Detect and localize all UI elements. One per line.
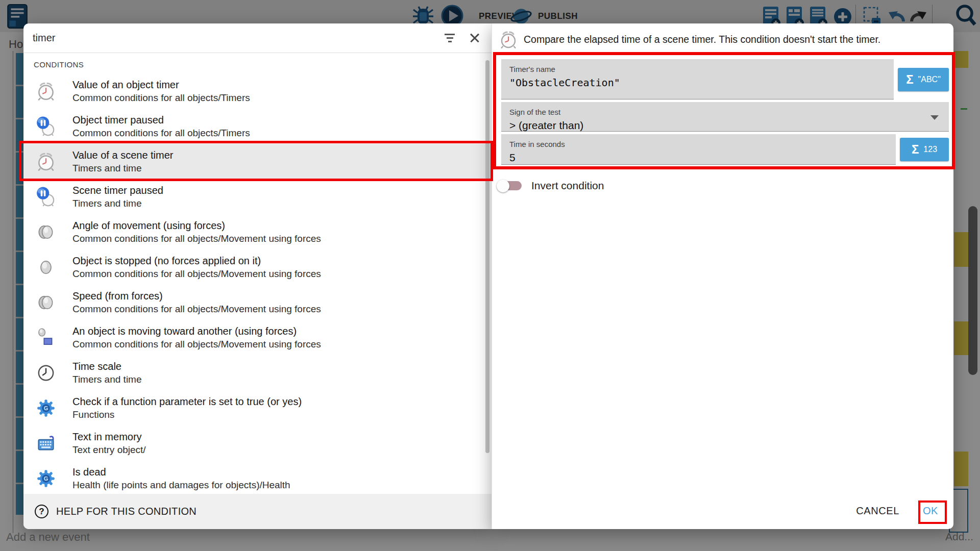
clock-icon xyxy=(35,362,57,384)
alarm-clock-icon xyxy=(498,30,519,50)
gear-icon: G xyxy=(35,397,57,419)
invert-condition-toggle[interactable] xyxy=(498,181,522,190)
condition-list-item[interactable]: Text in memory Text entry object/ xyxy=(23,425,492,461)
condition-list-item[interactable]: Value of a scene timer Timers and time xyxy=(23,144,492,179)
condition-list-item[interactable]: Value of an object timer Common conditio… xyxy=(23,73,492,109)
double-disc-icon xyxy=(35,291,57,314)
condition-list-item[interactable]: Scene timer paused Timers and time xyxy=(23,179,492,214)
condition-list-item[interactable]: Speed (from forces) Common conditions fo… xyxy=(23,285,492,320)
ok-button[interactable]: OK xyxy=(923,505,938,517)
condition-editor-panel: Compare the elapsed time of a scene time… xyxy=(492,23,953,529)
condition-list-item[interactable]: Angle of movement (using forces) Common … xyxy=(23,214,492,249)
condition-path: Text entry object/ xyxy=(72,445,146,455)
condition-title: Value of an object timer xyxy=(72,80,250,90)
toggle-knob[interactable] xyxy=(497,180,509,192)
condition-description-row: Compare the elapsed time of a scene time… xyxy=(498,30,945,50)
condition-path: Health (life points and damages for obje… xyxy=(72,480,290,490)
sign-of-test-value: > (greater than) xyxy=(501,116,949,132)
condition-title: Speed (from forces) xyxy=(72,291,321,302)
condition-title: Object timer paused xyxy=(72,115,250,126)
conditions-section-header: CONDITIONS xyxy=(23,53,492,73)
list-scrollbar[interactable] xyxy=(485,60,489,453)
condition-list-item[interactable]: G Is dead Health (life points and damage… xyxy=(23,461,492,496)
condition-path: Common conditions for all objects/Moveme… xyxy=(72,304,321,314)
move-toward-icon xyxy=(35,327,57,349)
gear-icon: G xyxy=(35,467,57,490)
time-in-seconds-label: Time in seconds xyxy=(501,134,896,148)
search-input[interactable] xyxy=(33,32,444,44)
condition-selector-panel: CONDITIONS Value of an object timer Comm… xyxy=(23,23,492,529)
condition-path: Timers and time xyxy=(72,374,142,385)
condition-list-item[interactable]: An object is moving toward another (usin… xyxy=(23,320,492,355)
condition-list-item[interactable]: Object is stopped (no forces applied on … xyxy=(23,249,492,285)
filter-icon[interactable] xyxy=(444,34,456,42)
close-icon[interactable] xyxy=(468,32,481,45)
time-in-seconds-value: 5 xyxy=(501,148,896,164)
alarm-pause-icon xyxy=(35,115,57,138)
condition-path: Common conditions for all objects/Moveme… xyxy=(72,339,321,349)
condition-path: Common conditions for all objects/Moveme… xyxy=(72,234,321,244)
expression-builder-123-button[interactable]: Σ 123 xyxy=(900,138,949,161)
search-bar xyxy=(23,23,492,53)
condition-path: Common conditions for all objects/Timers xyxy=(72,128,250,138)
condition-title: Scene timer paused xyxy=(72,185,163,196)
sign-of-test-label: Sign of the test xyxy=(501,102,949,116)
condition-title: An object is moving toward another (usin… xyxy=(72,326,321,337)
condition-path: Common conditions for all objects/Moveme… xyxy=(72,269,321,279)
conditions-list: Value of an object timer Common conditio… xyxy=(23,73,492,496)
condition-title: Object is stopped (no forces applied on … xyxy=(72,256,321,266)
condition-description: Compare the elapsed time of a scene time… xyxy=(524,30,880,45)
condition-title: Time scale xyxy=(72,361,142,372)
invert-condition-label: Invert condition xyxy=(531,180,604,192)
alarm-pause-icon xyxy=(35,186,57,208)
sign-of-test-select[interactable]: Sign of the test > (greater than) xyxy=(501,102,949,132)
cancel-button[interactable]: CANCEL xyxy=(856,505,899,517)
keyboard-icon xyxy=(35,432,57,455)
help-icon: ? xyxy=(35,505,48,518)
svg-text:G: G xyxy=(44,405,48,411)
condition-path: Timers and time xyxy=(72,163,174,173)
disc-icon xyxy=(35,256,57,279)
alarm-clock-icon xyxy=(35,151,57,173)
condition-path: Functions xyxy=(72,410,302,420)
condition-title: Text in memory xyxy=(72,432,146,442)
condition-list-item[interactable]: Time scale Timers and time xyxy=(23,355,492,390)
time-in-seconds-field[interactable]: Time in seconds 5 xyxy=(501,134,896,165)
condition-title: Angle of movement (using forces) xyxy=(72,220,321,231)
timer-name-value: "ObstacleCreation" xyxy=(501,73,894,89)
invert-condition-row: Invert condition xyxy=(498,180,604,192)
help-for-condition-button[interactable]: ? HELP FOR THIS CONDITION xyxy=(23,494,492,529)
timer-name-label: Timer's name xyxy=(501,59,894,73)
double-disc-icon xyxy=(35,221,57,243)
expression-builder-abc-button[interactable]: Σ "ABC" xyxy=(898,68,949,91)
condition-list-item[interactable]: Object timer paused Common conditions fo… xyxy=(23,109,492,144)
timer-name-field[interactable]: Timer's name "ObstacleCreation" xyxy=(501,59,894,99)
condition-title: Value of a scene timer xyxy=(72,150,174,161)
condition-path: Common conditions for all objects/Timers xyxy=(72,93,250,103)
svg-text:G: G xyxy=(44,475,48,482)
condition-list-item[interactable]: G Check if a function parameter is set t… xyxy=(23,390,492,425)
condition-title: Check if a function parameter is set to … xyxy=(72,396,302,407)
condition-title: Is dead xyxy=(72,467,290,478)
alarm-clock-icon xyxy=(35,80,57,103)
chevron-down-icon[interactable] xyxy=(930,115,939,120)
condition-path: Timers and time xyxy=(72,198,163,209)
